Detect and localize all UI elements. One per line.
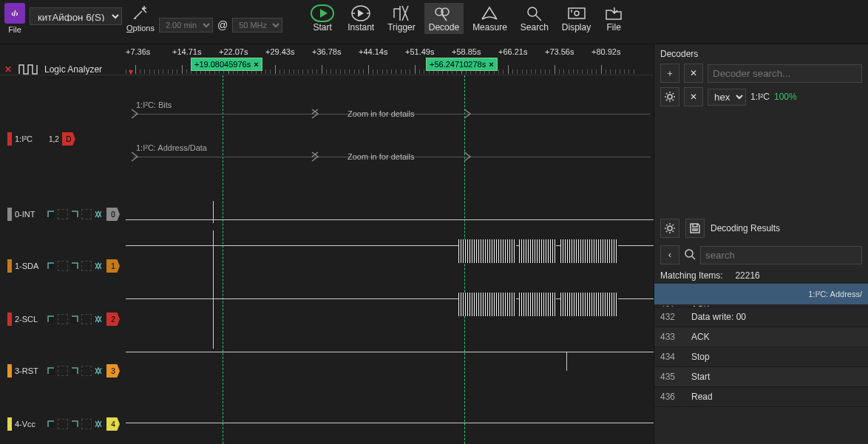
duration-select[interactable]: 2.00 min xyxy=(159,18,213,33)
tick-label: +51.49s xyxy=(405,47,434,56)
decoder-name: 1:I²C xyxy=(750,92,770,102)
edge-rising-icon[interactable] xyxy=(46,261,56,271)
add-decoder-button[interactable]: ＋ xyxy=(660,64,679,83)
edge-slot[interactable] xyxy=(81,314,92,324)
back-button[interactable]: ‹ xyxy=(660,245,679,264)
channel-row[interactable]: 1-SDA 1 xyxy=(0,259,120,273)
channel-tag[interactable]: D xyxy=(62,132,75,146)
table-row[interactable]: 435Start xyxy=(654,367,868,387)
file-menu[interactable]: File xyxy=(8,25,21,34)
save-results-button[interactable] xyxy=(685,219,705,238)
svg-point-7 xyxy=(668,226,672,230)
channel-label: 3-RST xyxy=(15,366,43,375)
channel-tag[interactable]: 4 xyxy=(106,417,120,431)
edge-rising-icon[interactable] xyxy=(46,314,56,324)
result-value: ACK xyxy=(691,332,862,342)
edge-slot[interactable] xyxy=(81,366,92,376)
tick-label: +58.85s xyxy=(452,47,481,56)
channel-tag[interactable]: 2 xyxy=(106,312,120,326)
remove-decoder-button[interactable]: ✕ xyxy=(684,64,703,83)
edge-rising-icon[interactable] xyxy=(46,209,56,219)
result-value: Read xyxy=(691,392,862,402)
edge-falling-icon[interactable] xyxy=(69,261,80,271)
edge-falling-icon[interactable] xyxy=(69,366,80,376)
channel-tag[interactable]: 0 xyxy=(106,208,120,221)
options-icon[interactable] xyxy=(131,3,150,22)
cursor-a-line[interactable] xyxy=(223,75,223,444)
measure-button[interactable]: Measure xyxy=(468,3,512,34)
tick-label: +66.21s xyxy=(498,47,527,56)
folder-icon xyxy=(604,4,623,22)
edge-both-icon[interactable] xyxy=(93,419,104,429)
edge-falling-icon[interactable] xyxy=(69,419,80,429)
decode-button[interactable]: Decode xyxy=(424,3,464,34)
table-row[interactable]: 436Read xyxy=(654,387,868,407)
results-column-header[interactable]: 1:I²C: Address/ xyxy=(654,284,868,304)
matching-count: 22216 xyxy=(735,270,759,281)
table-row[interactable]: 433ACK xyxy=(654,327,868,347)
edge-both-icon[interactable] xyxy=(93,366,104,376)
table-row[interactable]: 432Data write: 00 xyxy=(654,307,868,327)
channel-color xyxy=(7,417,12,431)
search-button[interactable]: Search xyxy=(516,3,553,34)
decode-icon xyxy=(433,4,454,22)
edge-slot[interactable] xyxy=(58,209,68,219)
edge-slot[interactable] xyxy=(58,314,68,324)
edge-slot[interactable] xyxy=(81,419,92,429)
trigger-button[interactable]: Trigger xyxy=(383,3,420,34)
decoder-search-input[interactable] xyxy=(708,64,862,83)
channel-row[interactable]: 4-Vcc 4 xyxy=(0,417,120,431)
results-settings-button[interactable] xyxy=(660,219,679,238)
edge-slot[interactable] xyxy=(81,209,92,219)
edge-both-icon[interactable] xyxy=(93,261,104,271)
matching-label: Matching Items: xyxy=(660,270,723,281)
result-value: Start xyxy=(691,372,862,382)
table-row[interactable]: 434Stop xyxy=(654,347,868,367)
results-search-input[interactable] xyxy=(700,246,862,264)
rate-select[interactable]: 50 MHz xyxy=(232,18,282,33)
trigger-icon xyxy=(392,4,411,22)
measure-icon xyxy=(479,4,500,22)
format-select[interactable]: hex xyxy=(708,89,746,106)
cursor-a-flag[interactable]: +19.08045976s× xyxy=(191,58,262,71)
file-button[interactable]: File xyxy=(600,3,628,34)
device-select[interactable]: китАйфон 6(S) xyxy=(30,7,122,25)
waveform-ch4 xyxy=(126,423,654,423)
cursor-b-flag[interactable]: +56.24710278s× xyxy=(426,58,498,71)
options-menu[interactable]: Options xyxy=(126,24,155,33)
save-icon xyxy=(689,222,701,234)
decoder-remove-button[interactable]: ✕ xyxy=(684,87,703,106)
edge-both-icon[interactable] xyxy=(93,209,104,219)
edge-slot[interactable] xyxy=(81,261,92,271)
edge-rising-icon[interactable] xyxy=(46,366,56,376)
close-icon: ✕ xyxy=(690,68,697,78)
display-button[interactable]: Display xyxy=(557,3,595,34)
channel-row[interactable]: 2-SCL 2 xyxy=(0,312,120,327)
edge-slot[interactable] xyxy=(58,366,68,376)
close-icon[interactable]: × xyxy=(254,60,258,69)
decoders-title: Decoders xyxy=(660,49,862,59)
channel-tag[interactable]: 3 xyxy=(106,364,120,378)
svg-point-5 xyxy=(574,11,579,16)
decoder-settings-button[interactable] xyxy=(660,87,679,106)
channel-row[interactable]: 3-RST 3 xyxy=(0,363,120,378)
edge-falling-icon[interactable] xyxy=(69,314,80,324)
edge-slot[interactable] xyxy=(58,419,68,429)
result-index: 432 xyxy=(660,312,691,322)
channel-i2c-label[interactable]: 1:I²C xyxy=(15,134,43,143)
channel-tag[interactable]: 1 xyxy=(106,259,120,273)
edge-slot[interactable] xyxy=(58,261,68,271)
result-value: Stop xyxy=(691,352,862,362)
instant-button[interactable]: Instant xyxy=(343,3,379,34)
decode-progress: 100% xyxy=(774,92,797,102)
start-button[interactable]: Start xyxy=(306,3,339,34)
lane-arrow-icon xyxy=(130,108,139,120)
close-icon: ✕ xyxy=(690,92,697,102)
close-icon[interactable]: × xyxy=(489,60,493,69)
tick-label: +29.43s xyxy=(265,47,294,56)
channel-row[interactable]: 0-INT 0 xyxy=(0,207,120,222)
edge-rising-icon[interactable] xyxy=(46,419,56,429)
edge-falling-icon[interactable] xyxy=(69,209,80,219)
edge-both-icon[interactable] xyxy=(93,314,104,324)
tick-label: +80.92s xyxy=(591,47,620,56)
